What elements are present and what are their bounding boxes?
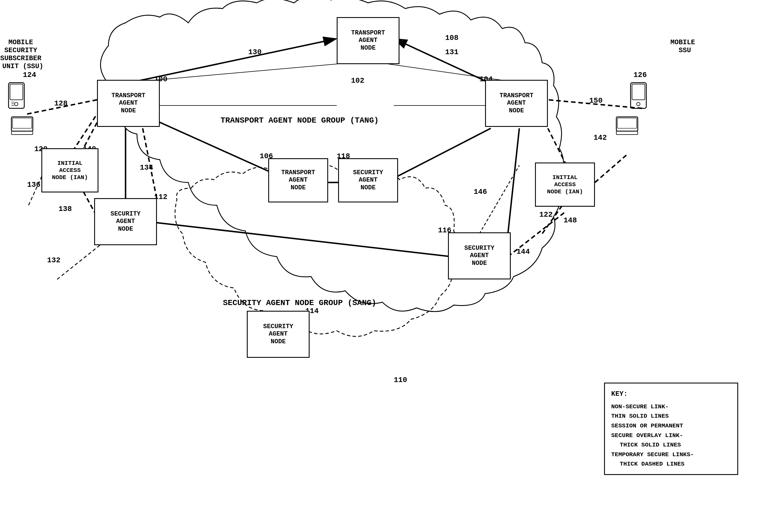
diagram-container: TRANSPORT AGENT NODE GROUP (TANG) SECURI… bbox=[0, 0, 761, 532]
ref-128: 128 bbox=[54, 99, 68, 108]
svg-rect-40 bbox=[617, 118, 637, 128]
tang-label: TRANSPORT AGENT NODE GROUP (TANG) bbox=[220, 116, 379, 125]
laptop-left bbox=[11, 117, 33, 134]
ref-148: 148 bbox=[563, 216, 577, 225]
laptop-right bbox=[616, 117, 638, 134]
key-line-7: THICK DASHED LINES bbox=[611, 459, 731, 469]
key-line-5: THICK SOLID LINES bbox=[611, 440, 731, 450]
svg-rect-36 bbox=[631, 83, 646, 108]
svg-line-26 bbox=[394, 39, 491, 83]
ref-126: 126 bbox=[633, 71, 647, 79]
mobile-ssu-left-label: MOBILE SECURITY SUBSCRIBER UNIT (SSU) bbox=[0, 38, 45, 70]
ref-102: 102 bbox=[351, 77, 364, 85]
ref-124: 124 bbox=[23, 71, 36, 79]
ref-130: 130 bbox=[248, 48, 262, 56]
ref-108: 108 bbox=[445, 34, 458, 42]
tan-center-node: TRANSPORT AGENT NODE bbox=[268, 158, 328, 202]
ref-150: 150 bbox=[589, 96, 603, 105]
ref-138: 138 bbox=[58, 205, 72, 213]
ian-left-node: INITIAL ACCESS NODE (IAN) bbox=[41, 148, 98, 192]
ref-122: 122 bbox=[539, 210, 553, 219]
tan-top-node: TRANSPORT AGENT NODE bbox=[337, 17, 399, 64]
svg-rect-37 bbox=[632, 84, 645, 100]
svg-line-9 bbox=[508, 128, 519, 234]
ref-144: 144 bbox=[516, 247, 530, 256]
svg-line-13 bbox=[57, 245, 100, 279]
ref-131: 131 bbox=[445, 48, 458, 56]
key-line-1: NON-SECURE LINK- bbox=[611, 402, 731, 412]
ian-right-node: INITIAL ACCESS NODE (IAN) bbox=[535, 163, 595, 207]
ref-132: 132 bbox=[47, 256, 61, 265]
svg-line-18 bbox=[595, 154, 628, 183]
svg-rect-39 bbox=[616, 117, 638, 131]
svg-rect-28 bbox=[10, 84, 23, 100]
key-line-6: TEMPORARY SECURE LINKS- bbox=[611, 450, 731, 459]
mobile-ssu-right-label: MOBILE SSU bbox=[671, 38, 699, 54]
mobile-phone-left bbox=[9, 83, 24, 108]
svg-rect-27 bbox=[9, 83, 24, 108]
svg-rect-35 bbox=[11, 131, 33, 134]
ref-134: 134 bbox=[140, 163, 153, 172]
svg-point-38 bbox=[637, 102, 640, 106]
svg-line-5 bbox=[397, 128, 491, 177]
key-box: KEY: NON-SECURE LINK- THIN SOLID LINES S… bbox=[604, 383, 738, 475]
svg-rect-34 bbox=[13, 118, 32, 128]
key-line-3: SESSION OR PERMANENT bbox=[611, 421, 731, 431]
key-line-2: THIN SOLID LINES bbox=[611, 411, 731, 421]
san-left-node: SECURITY AGENT NODE bbox=[94, 198, 157, 245]
tan-left-node: TRANSPORT AGENT NODE bbox=[97, 80, 160, 127]
tan-right-node: TRANSPORT AGENT NODE bbox=[485, 80, 548, 127]
san-bottom-node: SECURITY AGENT NODE bbox=[247, 311, 310, 358]
ref-110: 110 bbox=[394, 376, 407, 384]
svg-rect-41 bbox=[616, 131, 638, 134]
svg-line-20 bbox=[479, 165, 519, 234]
san-right-node: SECURITY AGENT NODE bbox=[448, 232, 511, 279]
san-center-node: SECURITY AGENT NODE bbox=[338, 158, 398, 202]
svg-line-8 bbox=[154, 222, 451, 257]
key-line-4: SECURE OVERLAY LINK- bbox=[611, 431, 731, 441]
sang-label: SECURITY AGENT NODE GROUP (SANG) bbox=[223, 298, 377, 307]
key-title: KEY: bbox=[611, 389, 731, 399]
svg-rect-33 bbox=[11, 117, 33, 131]
ref-142: 142 bbox=[594, 133, 607, 142]
mobile-phone-right bbox=[631, 83, 646, 108]
svg-line-4 bbox=[154, 120, 268, 171]
svg-point-29 bbox=[15, 102, 18, 106]
ref-146: 146 bbox=[474, 187, 487, 196]
ref-136: 136 bbox=[27, 181, 40, 189]
